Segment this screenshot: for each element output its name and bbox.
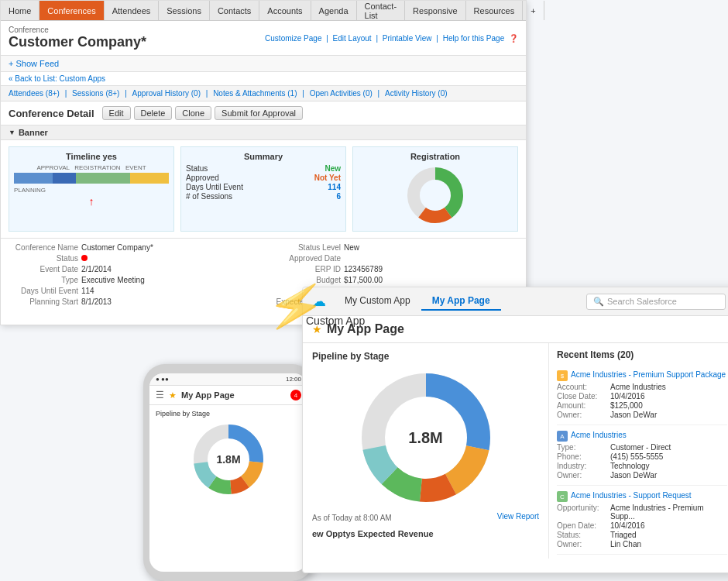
mobile-app-header: ☰ ★ My App Page 4 bbox=[149, 386, 307, 405]
tab-sessions[interactable]: Sessions (8+) bbox=[72, 89, 119, 98]
nav-home[interactable]: Home bbox=[1, 1, 39, 20]
timeline-registration bbox=[76, 173, 130, 184]
mobile-content: Pipeline by Stage 1.8M bbox=[149, 405, 307, 503]
recent-field: Industry: Technology bbox=[557, 462, 727, 470]
lightning-body: Pipeline by Stage 1.8M As of Today at 8:… bbox=[303, 343, 728, 559]
recent-item: E Digital Foundry - Training 101 bbox=[557, 555, 727, 559]
edit-button[interactable]: Edit bbox=[102, 106, 131, 120]
lightning-nav: My Custom App My App Page bbox=[334, 292, 501, 311]
approval-label: APPROVAL bbox=[36, 164, 70, 171]
summary-row-days: Days Until Event 114 bbox=[186, 183, 341, 191]
lightning-bolt-decoration: ⚡ bbox=[263, 274, 329, 339]
lightning-header: ☁ My Custom App My App Page 🔍 Search Sal… bbox=[303, 287, 728, 316]
timeline-approval bbox=[53, 173, 76, 184]
nav-accounts[interactable]: Accounts bbox=[259, 1, 311, 20]
detail-tabs: Attendees (8+) | Sessions (8+) | Approva… bbox=[1, 86, 526, 101]
timeline-bar bbox=[14, 173, 169, 184]
recent-field: Owner: Jason DeWar bbox=[557, 471, 727, 480]
mobile-pipeline-chart: 1.8M bbox=[190, 421, 267, 498]
recent-item: C Acme Industries - Support Request Oppo… bbox=[557, 486, 727, 555]
mobile-menu-icon[interactable]: ☰ bbox=[156, 390, 164, 401]
label-planning: PLANNING bbox=[14, 187, 46, 194]
field-status: Status bbox=[9, 254, 256, 263]
summary-panel: Summary Status New Approved Not Yet Days… bbox=[180, 146, 346, 232]
tab-approval[interactable]: Approval History (0) bbox=[132, 89, 201, 98]
clone-button[interactable]: Clone bbox=[175, 106, 211, 120]
status-dot bbox=[81, 255, 88, 261]
nav-resources[interactable]: Resources bbox=[466, 1, 524, 20]
submit-approval-button[interactable]: Submit for Approval bbox=[215, 106, 303, 120]
recent-item: A Acme Industries Type: Customer - Direc… bbox=[557, 425, 727, 486]
tab-activity-history[interactable]: Activity History (0) bbox=[385, 89, 448, 98]
registration-title: Registration bbox=[358, 152, 513, 161]
nav-contacts[interactable]: Contacts bbox=[210, 1, 259, 20]
recent-item-header: C Acme Industries - Support Request bbox=[557, 490, 727, 502]
field-erp-id: ERP ID 123456789 bbox=[271, 265, 518, 273]
back-link[interactable]: « Back to List: Custom Apps bbox=[1, 72, 526, 86]
mobile-status-bar: ● ●● 12:00 bbox=[149, 373, 307, 386]
field-days-until-event: Days Until Event 114 bbox=[9, 287, 256, 295]
nav-my-app-page[interactable]: My App Page bbox=[421, 292, 501, 311]
pipeline-footer-row: As of Today at 8:00 AM View Report bbox=[312, 512, 539, 523]
nav-responsive[interactable]: Responsive bbox=[405, 1, 465, 20]
tab-attendees[interactable]: Attendees (8+) bbox=[9, 89, 60, 98]
nav-my-custom-app[interactable]: My Custom App bbox=[334, 292, 421, 311]
recent-field: Owner: Lin Chan bbox=[557, 540, 727, 548]
nav-more[interactable]: + bbox=[523, 1, 544, 20]
delete-button[interactable]: Delete bbox=[134, 106, 173, 120]
mobile-app-title: My App Page bbox=[181, 390, 235, 400]
show-feed-button[interactable]: + Show Feed bbox=[1, 56, 526, 72]
timeline-planning bbox=[14, 173, 53, 184]
case-icon: C bbox=[557, 491, 568, 502]
registration-panel: Registration bbox=[352, 146, 518, 232]
nav-conferences[interactable]: Conferences bbox=[39, 1, 104, 20]
opportunity-icon: $ bbox=[557, 370, 568, 381]
nav-contactlist[interactable]: Contact-List bbox=[357, 1, 406, 20]
detail-title: Conference Detail bbox=[9, 108, 94, 119]
nav-agenda[interactable]: Agenda bbox=[311, 1, 357, 20]
search-icon: 🔍 bbox=[593, 297, 604, 307]
pipeline-panel: Pipeline by Stage 1.8M As of Today at 8:… bbox=[303, 343, 549, 559]
mobile-pipeline-amount: 1.8M bbox=[216, 453, 240, 466]
header-links: Customize Page | Edit Layout | Printable… bbox=[263, 34, 518, 43]
tab-open-activities[interactable]: Open Activities (0) bbox=[310, 89, 373, 98]
nav-sessions[interactable]: Sessions bbox=[159, 1, 210, 20]
mobile-pipeline-title: Pipeline by Stage bbox=[156, 410, 301, 418]
lightning-search[interactable]: 🔍 Search Salesforce bbox=[586, 294, 726, 310]
timeline-title: Timeline yes bbox=[14, 152, 169, 161]
timeline-event bbox=[130, 173, 169, 184]
account-icon: A bbox=[557, 431, 568, 442]
printable-view-link[interactable]: Printable View bbox=[383, 34, 432, 43]
nav-attendees[interactable]: Attendees bbox=[105, 1, 160, 20]
recent-item-header: $ Acme Industries - Premium Support Pack… bbox=[557, 370, 727, 381]
recent-field: Owner: Jason DeWar bbox=[557, 411, 727, 419]
help-link[interactable]: Help for this Page bbox=[443, 34, 505, 43]
field-approved-date: Approved Date bbox=[271, 254, 518, 263]
edit-layout-link[interactable]: Edit Layout bbox=[333, 34, 372, 43]
recent-field: Account: Acme Industries bbox=[557, 383, 727, 391]
recent-item-name[interactable]: Acme Industries bbox=[571, 430, 627, 442]
recent-item-name[interactable]: Acme Industries - Premium Support Packag… bbox=[571, 370, 726, 381]
field-event-date: Event Date 2/1/2014 bbox=[9, 265, 256, 273]
mobile-time: 12:00 bbox=[286, 376, 301, 383]
open-opptys-label: ew Opptys Expected Revenue bbox=[312, 529, 539, 538]
recent-item: $ Acme Industries - Premium Support Pack… bbox=[557, 365, 727, 425]
company-sub: Conference bbox=[9, 26, 146, 34]
lightning-app-window: ☁ My Custom App My App Page 🔍 Search Sal… bbox=[302, 287, 728, 573]
classic-header: Conference Customer Company* Customize P… bbox=[1, 21, 526, 56]
recent-field: Type: Customer - Direct bbox=[557, 443, 727, 452]
banner-content: Timeline yes APPROVAL REGISTRATION EVENT… bbox=[1, 140, 526, 239]
view-report-link[interactable]: View Report bbox=[497, 512, 539, 521]
mobile-screen: ● ●● 12:00 ☰ ★ My App Page 4 Pipeline by… bbox=[149, 373, 307, 572]
recent-field: Status: Triaged bbox=[557, 531, 727, 539]
tab-notes[interactable]: Notes & Attachments (1) bbox=[213, 89, 297, 98]
field-conference-name: Conference Name Customer Company* bbox=[9, 243, 256, 252]
recent-item-name[interactable]: Acme Industries - Support Request bbox=[571, 490, 692, 502]
recent-items-title: Recent Items (20) bbox=[557, 349, 727, 360]
mobile-phone: ● ●● 12:00 ☰ ★ My App Page 4 Pipeline by… bbox=[143, 364, 314, 581]
summary-title: Summary bbox=[186, 152, 341, 161]
customize-page-link[interactable]: Customize Page bbox=[265, 34, 321, 43]
pipeline-footer-text: As of Today at 8:00 AM bbox=[312, 514, 392, 522]
timeline-labels: PLANNING bbox=[14, 187, 169, 194]
recent-field: Open Date: 10/4/2016 bbox=[557, 521, 727, 530]
